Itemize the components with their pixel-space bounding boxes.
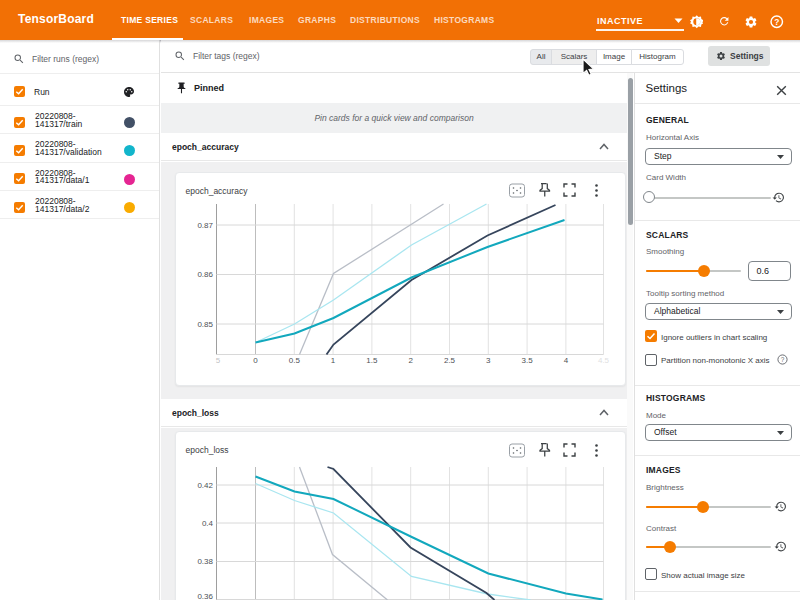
svg-text:0: 0	[253, 356, 258, 365]
svg-text:1.5: 1.5	[366, 356, 378, 365]
svg-text:0.42: 0.42	[197, 481, 213, 490]
svg-text:4.5: 4.5	[597, 356, 609, 365]
svg-text:0.4: 0.4	[201, 519, 213, 528]
svg-text:0.86: 0.86	[197, 270, 213, 279]
svg-text:0.85: 0.85	[197, 320, 213, 329]
svg-text:0.87: 0.87	[197, 221, 213, 230]
svg-text:?: ?	[781, 356, 785, 363]
svg-text:1: 1	[330, 356, 335, 365]
svg-text:0.38: 0.38	[197, 557, 213, 566]
svg-text:4: 4	[563, 356, 568, 365]
svg-text:3.5: 3.5	[521, 356, 533, 365]
svg-text:2: 2	[408, 356, 413, 365]
svg-text:?: ?	[774, 17, 779, 27]
svg-text:0.36: 0.36	[197, 592, 213, 600]
svg-text:5: 5	[215, 356, 220, 365]
svg-text:3: 3	[486, 356, 491, 365]
svg-text:0.5: 0.5	[288, 356, 300, 365]
svg-text:2.5: 2.5	[443, 356, 455, 365]
